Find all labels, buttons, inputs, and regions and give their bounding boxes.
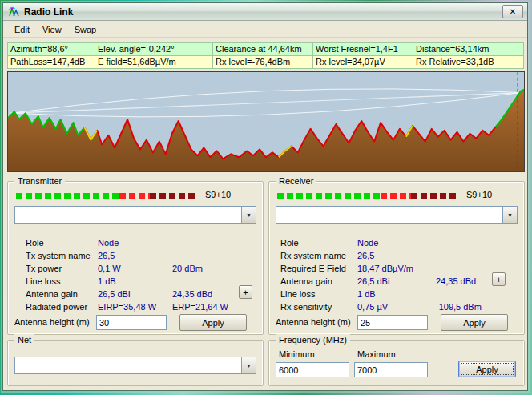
rx-antenna-height-label: Antenna height (m) <box>276 317 351 327</box>
tx-radiated-power-row: Radiated power EIRP=35,48 W ERP=21,64 W <box>8 302 263 314</box>
rx-required-efield-value: 18,47 dBµV/m <box>357 264 413 273</box>
tx-antenna-gain-dbi: 26,5 dBi <box>98 289 130 299</box>
transmitter-legend: Transmitter <box>14 175 65 187</box>
tx-meter-green-segments <box>16 193 119 199</box>
rx-required-efield-row: Required E Field 18,47 dBµV/m <box>269 264 524 276</box>
tx-antenna-gain-dbd: 24,35 dBd <box>172 289 212 299</box>
rx-system-name-label: Rx system name <box>280 251 346 260</box>
frequency-apply-button[interactable]: Apply <box>458 361 516 377</box>
rx-sensitivity-row: Rx sensitivity 0,75 µV -109,5 dBm <box>269 302 524 314</box>
rx-antenna-gain-label: Antenna gain <box>280 276 332 286</box>
frequency-legend: Frequency (MHz) <box>276 334 350 345</box>
tx-system-name-row: Tx system name 26,5 <box>8 251 263 263</box>
rx-signal-meter <box>277 191 458 200</box>
rx-smeter-label: S9+10 <box>466 190 492 200</box>
tx-power-watts: 0,1 W <box>98 264 121 273</box>
rx-role-label: Role <box>280 238 299 248</box>
info-pathloss: PathLoss=147,4dB <box>7 55 95 69</box>
transmitter-group: Transmitter S9+10 ▼ Role Node Tx system … <box>7 181 264 335</box>
rx-sensitivity-uv: 0,75 µV <box>357 302 388 312</box>
radio-link-window: Radio Link ✕ Edit View Swap Azimuth=88,6… <box>2 2 528 391</box>
tx-role-value: Node <box>98 238 119 248</box>
tx-antenna-height-row: Antenna height (m) Apply <box>8 317 263 329</box>
info-worst-fresnel: Worst Fresnel=1,4F1 <box>312 42 413 56</box>
terrain-profile-chart <box>7 71 525 172</box>
rx-line-loss-label: Line loss <box>280 289 315 299</box>
info-row-1: Azimuth=88,6° Elev. angle=-0,242° Cleara… <box>7 42 526 56</box>
menu-view[interactable]: View <box>36 23 68 36</box>
rx-apply-button[interactable]: Apply <box>441 314 508 331</box>
info-efield: E field=51,6dBµV/m <box>95 55 213 69</box>
tx-signal-meter <box>16 191 197 200</box>
info-rx-level-dbm: Rx level=-76,4dBm <box>212 55 313 69</box>
link-info-table: Azimuth=88,6° Elev. angle=-0,242° Cleara… <box>7 42 526 69</box>
tx-antenna-gain-label: Antenna gain <box>26 289 78 299</box>
net-combo[interactable]: ▼ <box>14 357 256 374</box>
title-bar[interactable]: Radio Link ✕ <box>3 3 527 21</box>
tx-system-name-label: Tx system name <box>26 251 91 260</box>
rx-role-value: Node <box>357 238 378 248</box>
net-legend: Net <box>14 334 34 345</box>
rx-line-loss-row: Line loss 1 dB <box>269 289 524 301</box>
frequency-group: Frequency (MHz) Minimum Maximum Apply <box>268 340 525 386</box>
rx-line-loss-value: 1 dB <box>357 289 376 299</box>
tx-meter-darkred-segments <box>150 193 197 199</box>
tx-system-combo[interactable]: ▼ <box>14 206 256 224</box>
tx-smeter-label: S9+10 <box>205 190 231 200</box>
tx-antenna-plus-button[interactable]: + <box>239 285 252 299</box>
rx-system-name-value: 26,5 <box>357 251 374 260</box>
rx-antenna-gain-dbi: 26,5 dBi <box>357 276 389 286</box>
tx-antenna-height-label: Antenna height (m) <box>14 317 90 327</box>
rx-meter-darkred-segments <box>411 193 458 199</box>
info-elev-angle: Elev. angle=-0,242° <box>95 42 213 56</box>
receiver-legend: Receiver <box>276 175 316 187</box>
tx-radiated-power-label: Radiated power <box>26 302 87 312</box>
info-rx-level-uv: Rx level=34,07µV <box>312 55 413 69</box>
tx-erp-value: ERP=21,64 W <box>172 302 228 312</box>
rx-antenna-plus-button[interactable]: + <box>492 272 506 286</box>
rx-sensitivity-label: Rx sensitivity <box>280 302 332 312</box>
frequency-min-input[interactable] <box>276 362 349 377</box>
rx-role-row: Role Node <box>269 238 524 250</box>
rx-combo-dropdown-arrow-icon[interactable]: ▼ <box>502 207 517 223</box>
tx-meter-red-segments <box>119 193 150 199</box>
rx-meter-red-segments <box>381 193 411 199</box>
tx-line-loss-row: Line loss 1 dB <box>8 276 263 288</box>
frequency-max-input[interactable] <box>354 362 428 377</box>
tx-antenna-height-input[interactable] <box>96 315 167 330</box>
tx-role-label: Role <box>26 238 44 248</box>
info-rx-relative: Rx Relative=33,1dB <box>413 55 524 69</box>
rx-antenna-height-input[interactable] <box>357 315 428 330</box>
info-clearance: Clearance at 44,64km <box>212 42 313 56</box>
tx-combo-dropdown-arrow-icon[interactable]: ▼ <box>241 207 256 223</box>
window-title: Radio Link <box>24 6 73 18</box>
app-icon <box>7 6 20 18</box>
receiver-group: Receiver S9+10 ▼ Role Node Rx system nam… <box>268 181 525 335</box>
rx-meter-green-segments <box>277 193 381 199</box>
net-group: Net ▼ <box>7 340 264 386</box>
rx-required-efield-label: Required E Field <box>280 264 346 273</box>
tx-line-loss-value: 1 dB <box>98 276 116 286</box>
tx-system-name-value: 26,5 <box>98 251 115 260</box>
tx-power-row: Tx power 0,1 W 20 dBm <box>8 264 263 276</box>
rx-antenna-gain-dbd: 24,35 dBd <box>436 276 476 286</box>
tx-apply-button[interactable]: Apply <box>179 314 247 331</box>
info-row-2: PathLoss=147,4dB E field=51,6dBµV/m Rx l… <box>7 55 526 69</box>
tx-power-dbm: 20 dBm <box>172 264 203 273</box>
net-combo-dropdown-arrow-icon[interactable]: ▼ <box>241 357 256 373</box>
rx-antenna-height-row: Antenna height (m) Apply <box>269 317 524 329</box>
info-distance: Distance=63,14km <box>413 42 524 56</box>
rx-antenna-gain-row: Antenna gain 26,5 dBi 24,35 dBd <box>269 276 524 288</box>
close-button[interactable]: ✕ <box>502 5 523 18</box>
menu-swap[interactable]: Swap <box>68 23 103 36</box>
menu-bar: Edit View Swap <box>3 22 527 38</box>
rx-system-name-row: Rx system name 26,5 <box>269 251 524 263</box>
info-azimuth: Azimuth=88,6° <box>7 42 95 56</box>
menu-edit[interactable]: Edit <box>8 23 36 36</box>
rx-system-combo[interactable]: ▼ <box>276 206 518 224</box>
tx-power-label: Tx power <box>26 264 62 273</box>
tx-antenna-gain-row: Antenna gain 26,5 dBi 24,35 dBd <box>8 289 263 301</box>
rx-sensitivity-dbm: -109,5 dBm <box>436 302 482 312</box>
frequency-min-label: Minimum <box>279 349 315 359</box>
tx-role-row: Role Node <box>8 238 263 250</box>
